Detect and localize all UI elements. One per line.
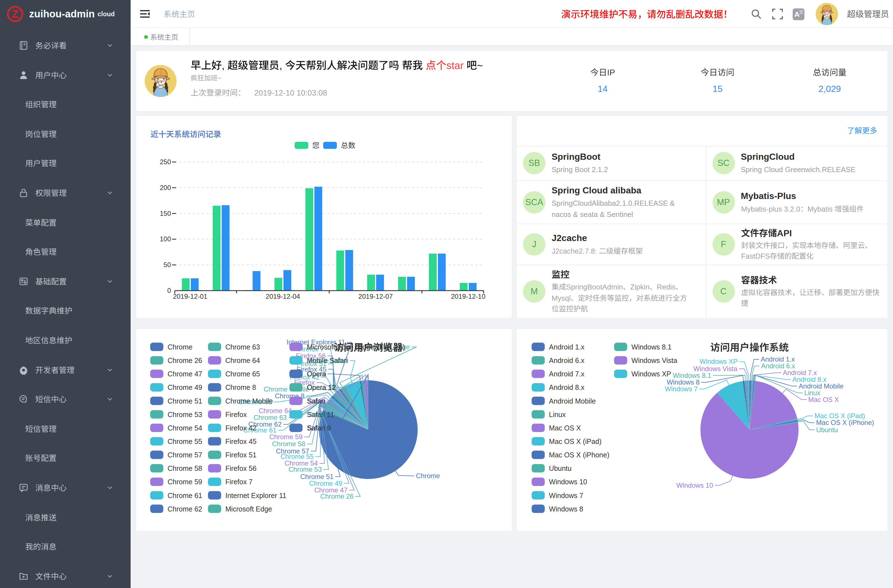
svg-text:Safari 9: Safari 9 — [307, 424, 331, 432]
svg-text:Chrome 8: Chrome 8 — [226, 383, 256, 391]
svg-text:50: 50 — [164, 261, 171, 269]
svg-text:Ubuntu: Ubuntu — [816, 426, 838, 433]
svg-text:Windows Vista: Windows Vista — [631, 356, 678, 364]
svg-text:Windows XP: Windows XP — [631, 370, 671, 378]
svg-text:0: 0 — [167, 287, 171, 294]
svg-text:Firefox: Firefox — [226, 411, 247, 418]
svg-text:Chrome Mobile: Chrome Mobile — [226, 397, 273, 405]
svg-text:Z: Z — [12, 8, 18, 20]
svg-text:Mobile Safari: Mobile Safari — [307, 356, 347, 364]
svg-text:Chrome 58: Chrome 58 — [272, 440, 305, 448]
svg-text:Safari 11: Safari 11 — [307, 411, 334, 418]
svg-text:Chrome 47: Chrome 47 — [168, 370, 202, 378]
svg-text:2019-12-04: 2019-12-04 — [266, 293, 300, 300]
svg-text:Chrome 63: Chrome 63 — [226, 343, 260, 351]
svg-text:Chrome 61: Chrome 61 — [168, 492, 202, 499]
svg-text:Windows XP: Windows XP — [700, 358, 738, 365]
svg-text:Android Mobile: Android Mobile — [549, 397, 596, 405]
svg-text:150: 150 — [160, 210, 171, 217]
svg-text:Android Mobile: Android Mobile — [799, 382, 844, 390]
svg-text:Ubuntu: Ubuntu — [549, 465, 572, 472]
svg-text:Safari: Safari — [307, 397, 325, 405]
svg-text:Microsoft Edge: Microsoft Edge — [226, 505, 272, 513]
svg-text:Chrome 53: Chrome 53 — [168, 411, 202, 418]
svg-text:Firefox 7: Firefox 7 — [226, 478, 253, 486]
svg-text:Mac OS X: Mac OS X — [808, 396, 839, 403]
svg-text:Chrome 51: Chrome 51 — [168, 397, 202, 405]
svg-text:Firefox 51: Firefox 51 — [226, 451, 257, 459]
svg-text:Chrome: Chrome — [168, 343, 192, 351]
svg-text:2019-12-10: 2019-12-10 — [451, 293, 486, 300]
svg-text:Firefox 42: Firefox 42 — [226, 424, 257, 432]
svg-text:Chrome 58: Chrome 58 — [168, 465, 202, 472]
svg-text:Windows 7: Windows 7 — [665, 385, 698, 393]
svg-text:Windows 8: Windows 8 — [549, 505, 583, 513]
svg-text:Chrome 26: Chrome 26 — [168, 356, 202, 364]
svg-text:Chrome 54: Chrome 54 — [168, 424, 202, 432]
svg-text:2019-12-07: 2019-12-07 — [358, 293, 393, 300]
svg-text:Firefox 45: Firefox 45 — [226, 438, 257, 445]
svg-text:Chrome 53: Chrome 53 — [289, 466, 322, 473]
svg-text:Chrome 65: Chrome 65 — [226, 370, 260, 378]
svg-text:200: 200 — [160, 184, 171, 191]
svg-text:Chrome 62: Chrome 62 — [168, 505, 202, 513]
svg-text:Windows 7: Windows 7 — [549, 492, 583, 499]
svg-text:Chrome 51: Chrome 51 — [300, 473, 334, 480]
svg-text:Mac OS X (iPad): Mac OS X (iPad) — [549, 438, 602, 445]
svg-text:Chrome 59: Chrome 59 — [168, 478, 202, 486]
svg-text:Mac OS X (iPhone): Mac OS X (iPhone) — [816, 419, 874, 426]
svg-text:Opera 12: Opera 12 — [307, 383, 336, 391]
svg-text:Chrome 57: Chrome 57 — [168, 451, 202, 459]
svg-text:Chrome 59: Chrome 59 — [269, 433, 303, 441]
svg-text:250: 250 — [160, 158, 171, 165]
svg-text:100: 100 — [160, 235, 171, 243]
svg-text:Chrome 49: Chrome 49 — [168, 383, 202, 391]
svg-text:Chrome 55: Chrome 55 — [168, 438, 202, 445]
svg-text:Android 1.x: Android 1.x — [549, 343, 585, 351]
svg-text:Chrome 26: Chrome 26 — [320, 492, 354, 500]
svg-text:Mac OS X (iPad): Mac OS X (iPad) — [815, 412, 865, 420]
svg-text:Android 8.x: Android 8.x — [549, 383, 585, 391]
svg-text:Linux: Linux — [549, 411, 566, 418]
svg-text:Windows 10: Windows 10 — [549, 478, 587, 486]
svg-text:Windows 8.1: Windows 8.1 — [673, 371, 711, 379]
svg-text:Opera: Opera — [307, 370, 326, 378]
svg-text:Android 6.x: Android 6.x — [761, 362, 795, 370]
svg-text:Chrome 49: Chrome 49 — [309, 480, 342, 487]
svg-text:Chrome: Chrome — [416, 472, 440, 480]
svg-text:Mac OS X: Mac OS X — [549, 424, 581, 432]
svg-text:Internet Explorer 11: Internet Explorer 11 — [226, 492, 286, 499]
svg-text:Mac OS X (iPhone): Mac OS X (iPhone) — [549, 451, 609, 459]
svg-text:Android 7.x: Android 7.x — [549, 370, 585, 378]
svg-text:Chrome 64: Chrome 64 — [226, 356, 260, 364]
svg-text:Windows 10: Windows 10 — [677, 481, 713, 489]
svg-text:2019-12-01: 2019-12-01 — [173, 293, 207, 300]
svg-text:Android 6.x: Android 6.x — [549, 356, 585, 364]
svg-text:Chrome 55: Chrome 55 — [280, 453, 314, 460]
svg-text:Windows 8.1: Windows 8.1 — [631, 343, 672, 351]
svg-text:Firefox 56: Firefox 56 — [226, 465, 257, 472]
